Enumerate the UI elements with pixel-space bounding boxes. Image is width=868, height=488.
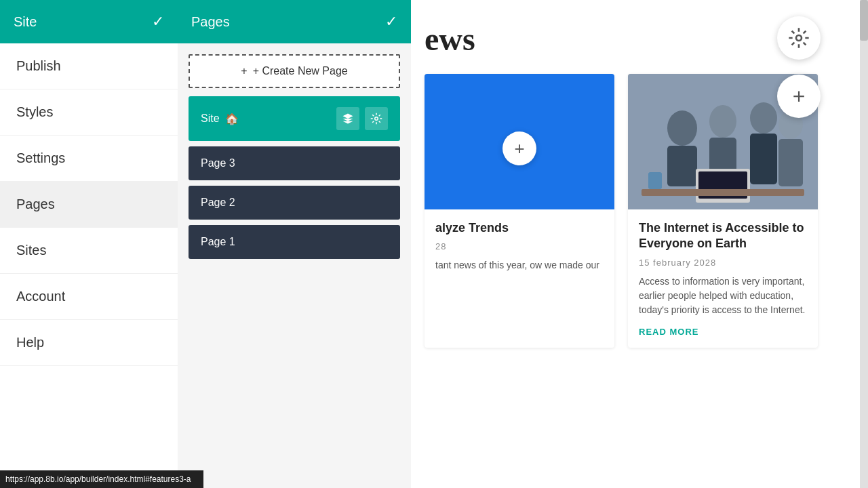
news-card-2-date: 15 february 2028 [639,258,807,268]
fab-gear-button[interactable] [777,16,821,60]
sidebar-item-account[interactable]: Account [0,274,178,320]
svg-point-6 [750,102,777,134]
sidebar-spacer [0,366,178,488]
news-card-2-read-more[interactable]: READ MORE [639,327,807,337]
home-icon: 🏠 [225,113,239,125]
status-url: https://app.8b.io/app/builder/index.html… [5,474,191,484]
svg-point-2 [667,110,697,146]
sidebar-item-pages[interactable]: Pages [0,182,178,228]
scrollbar-thumb[interactable] [860,0,868,41]
pages-panel-content: + + Create New Page Site 🏠 [178,43,411,270]
fab-plus-button[interactable]: + [777,75,821,118]
svg-rect-13 [648,172,662,189]
gear-icon-button[interactable] [365,107,388,130]
fab-plus-icon: + [793,84,806,109]
layers-icon-button[interactable] [336,107,359,130]
pages-panel-header: Pages ✓ [178,0,411,43]
news-card-1-text: tant news of this year, ow we made our [435,258,604,272]
plus-icon: + [241,65,247,77]
svg-point-0 [375,117,378,121]
create-new-page-label: + Create New Page [253,65,348,77]
svg-rect-3 [667,146,697,186]
status-bar: https://app.8b.io/app/builder/index.html… [0,470,203,488]
site-item-left: Site 🏠 [201,113,239,125]
sidebar-header: Site ✓ [0,0,178,43]
sidebar-item-publish[interactable]: Publish [0,43,178,89]
page-1-label: Page 1 [201,236,235,248]
news-card-1: alyze Trends 28 tant news of this year, … [425,74,614,348]
news-card-1-title: alyze Trends [435,220,604,236]
page-3-item[interactable]: Page 3 [189,146,400,180]
news-card-1-date: 28 [435,241,604,251]
scrollbar[interactable] [860,0,868,488]
news-card-1-body: alyze Trends 28 tant news of this year, … [425,209,614,293]
sidebar: Site ✓ Publish Styles Settings Pages Sit… [0,0,178,488]
page-2-item[interactable]: Page 2 [189,186,400,220]
news-section: ews alyze Trends 28 tant news of this ye… [411,0,868,488]
pages-panel: Pages ✓ + + Create New Page Site 🏠 [178,0,411,488]
site-item-icons [336,107,388,130]
page-2-label: Page 2 [201,197,235,209]
sidebar-item-settings[interactable]: Settings [0,136,178,182]
news-card-2-body: The Internet is Accessible to Everyone o… [628,209,818,348]
sidebar-item-help[interactable]: Help [0,320,178,366]
news-card-2-title: The Internet is Accessible to Everyone o… [639,220,807,252]
svg-point-4 [709,105,736,138]
create-new-page-button[interactable]: + + Create New Page [189,54,400,88]
news-card-2-text: Access to information is very important,… [639,274,807,317]
sidebar-item-styles[interactable]: Styles [0,89,178,136]
page-1-item[interactable]: Page 1 [189,225,400,259]
sidebar-item-sites[interactable]: Sites [0,228,178,274]
sidebar-check-icon: ✓ [152,13,164,30]
site-label: Site [201,113,220,125]
site-page-item[interactable]: Site 🏠 [189,96,400,141]
pages-panel-check-icon: ✓ [385,13,397,30]
page-3-label: Page 3 [201,157,235,169]
svg-rect-9 [778,139,803,186]
svg-rect-12 [642,189,804,196]
svg-rect-7 [750,134,777,184]
svg-point-14 [796,35,802,41]
pages-panel-title: Pages [191,14,230,30]
card-plus-button[interactable]: + [502,131,536,165]
sidebar-title: Site [14,14,37,30]
